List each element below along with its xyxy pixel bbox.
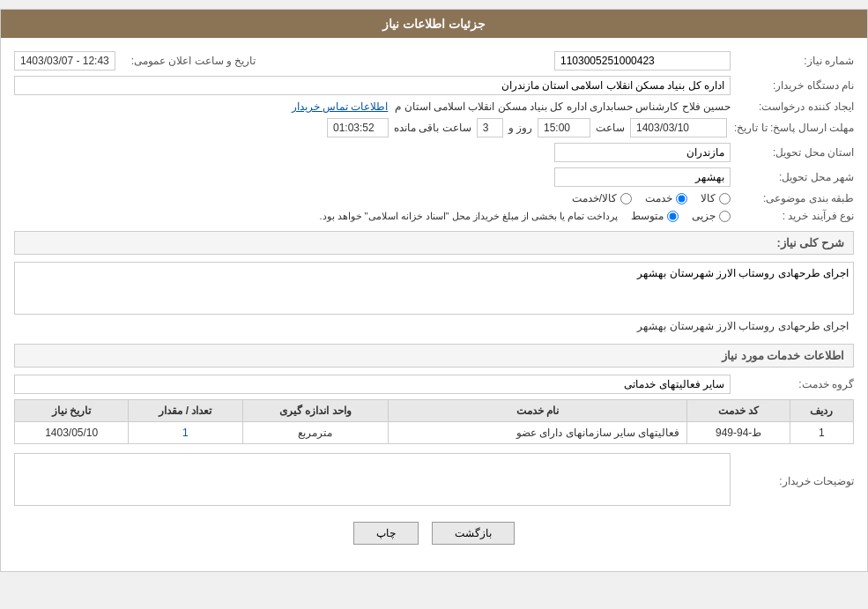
creator-row: ایجاد کننده درخواست: حسین فلاح کارشناس ح… (14, 100, 854, 113)
city-label: شهر محل تحویل: (731, 171, 854, 183)
creator-link[interactable]: اطلاعات تماس خریدار (292, 100, 389, 113)
category-khedmat-label: خدمت (645, 192, 672, 204)
send-date-label: مهلت ارسال پاسخ: تا تاریخ: (727, 122, 854, 134)
description-value: اجرای طرحهادی روستاب الارز شهرستان بهشهر (14, 317, 854, 335)
process-label: نوع فرآیند خرید : (731, 210, 854, 222)
category-radio-kala-input[interactable] (719, 193, 731, 204)
table-row: 1 ط-94-949 فعالیتهای سایر سازمانهای دارا… (15, 422, 854, 444)
province-label: استان محل تحویل: (731, 146, 854, 159)
province-input[interactable] (554, 143, 731, 162)
process-note: پرداخت تمام یا بخشی از مبلغ خریداز محل "… (319, 211, 618, 222)
announce-value: 1403/03/07 - 12:43 (14, 51, 115, 71)
buyer-org-label: نام دستگاه خریدار: (731, 79, 854, 92)
category-row: طبقه بندی موضوعی: کالا خدمت کالا/خدمت (14, 192, 854, 204)
category-radio-khedmat-input[interactable] (676, 193, 687, 204)
cell-name: فعالیتهای سایر سازمانهای دارای عضو (389, 422, 687, 444)
description-area: اجرای طرحهادی روستاب الارز شهرستان بهشهر (14, 262, 854, 335)
cell-code: ط-94-949 (687, 422, 790, 444)
back-button[interactable]: بازگشت (432, 522, 515, 545)
category-radio-both-input[interactable] (620, 193, 632, 204)
buyer-org-input[interactable] (14, 76, 731, 95)
city-input[interactable] (554, 167, 731, 187)
col-date: تاریخ نیاز (15, 400, 129, 422)
cell-qty: 1 (129, 422, 242, 444)
need-number-row: شماره نیاز: تاریخ و ساعت اعلان عمومی: 14… (14, 51, 854, 71)
group-service-row: گروه خدمت: (14, 375, 854, 394)
announce-label: تاریخ و ساعت اعلان عمومی: (124, 55, 256, 67)
send-remaining-label: ساعت باقی مانده (394, 122, 471, 134)
send-date-row: مهلت ارسال پاسخ: تا تاریخ: 1403/03/10 سا… (14, 118, 854, 137)
category-radio-khedmat[interactable]: خدمت (645, 192, 687, 204)
process-mota-label: متوسط (631, 210, 664, 222)
description-section-title: شرح کلی نیاز: (14, 231, 854, 255)
province-row: استان محل تحویل: (14, 143, 854, 162)
need-number-label: شماره نیاز: (731, 55, 854, 67)
cell-date: 1403/05/10 (15, 422, 129, 444)
buyer-notes-row: توضیحات خریدار: (14, 453, 854, 509)
page-header: جزئیات اطلاعات نیاز (1, 10, 867, 38)
col-unit: واحد اندازه گیری (242, 400, 389, 422)
buyer-notes-label: توضیحات خریدار: (731, 475, 854, 487)
process-radio-jozi-input[interactable] (719, 211, 731, 222)
group-service-input[interactable] (14, 375, 731, 394)
creator-value: حسین فلاح کارشناس حسابداری اداره کل بنیا… (395, 100, 731, 113)
send-time-value: 15:00 (538, 118, 590, 137)
category-kala-label: کالا (701, 192, 716, 204)
category-radio-kala[interactable]: کالا (701, 192, 731, 204)
category-both-label: کالا/خدمت (572, 192, 617, 204)
description-label: شرح کلی نیاز: (776, 236, 844, 249)
services-table: ردیف کد خدمت نام خدمت واحد اندازه گیری ت… (14, 399, 854, 444)
print-button[interactable]: چاپ (353, 522, 419, 545)
buyer-org-row: نام دستگاه خریدار: (14, 76, 854, 95)
process-jozi-label: جزیی (692, 210, 716, 222)
category-label: طبقه بندی موضوعی: (731, 192, 854, 204)
send-remaining-value: 01:03:52 (327, 118, 389, 137)
city-row: شهر محل تحویل: (14, 167, 854, 187)
process-radio-jozi[interactable]: جزیی (692, 210, 731, 222)
category-radio-both[interactable]: کالا/خدمت (572, 192, 632, 204)
cell-unit: مترمربع (242, 422, 389, 444)
send-days-label: روز و (508, 122, 532, 134)
col-row: ردیف (790, 400, 853, 422)
creator-label: ایجاد کننده درخواست: (731, 100, 854, 113)
col-code: کد خدمت (687, 400, 790, 422)
send-days-value: 3 (477, 118, 503, 137)
buyer-notes-textarea[interactable] (14, 453, 731, 506)
cell-row: 1 (790, 422, 853, 444)
buttons-row: بازگشت چاپ (14, 522, 854, 558)
col-qty: تعداد / مقدار (129, 400, 242, 422)
col-name: نام خدمت (389, 400, 687, 422)
services-section-title: اطلاعات خدمات مورد نیاز (14, 344, 854, 368)
send-date-value: 1403/03/10 (630, 118, 727, 137)
need-number-input[interactable] (554, 51, 731, 71)
send-time-label: ساعت (596, 122, 625, 134)
process-row: نوع فرآیند خرید : جزیی متوسط پرداخت تمام… (14, 210, 854, 222)
process-radio-mota-input[interactable] (667, 211, 679, 222)
services-title: اطلاعات خدمات مورد نیاز (722, 349, 844, 362)
page-title: جزئیات اطلاعات نیاز (382, 17, 486, 31)
group-service-label: گروه خدمت: (731, 378, 854, 390)
process-radio-mota[interactable]: متوسط (631, 210, 679, 222)
description-textarea[interactable] (14, 262, 854, 315)
